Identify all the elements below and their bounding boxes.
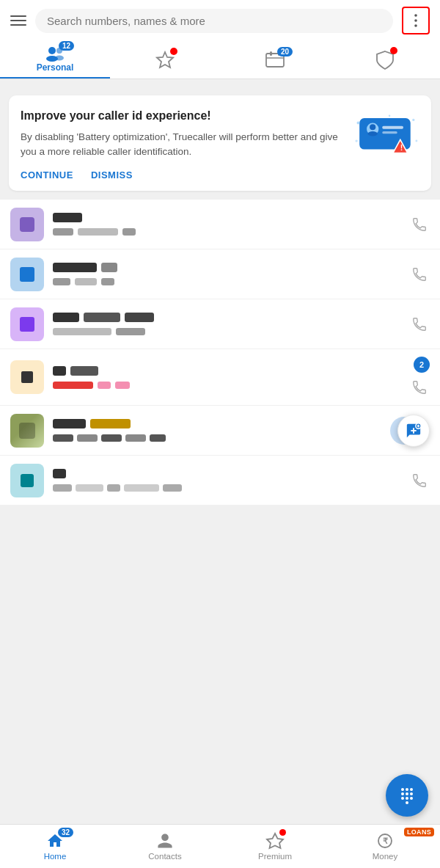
premium-badge-red — [279, 829, 286, 836]
svg-point-36 — [401, 797, 404, 800]
avatar — [10, 307, 44, 341]
personal-badge: 12 — [59, 41, 74, 51]
premium-nav-label: Premium — [258, 852, 292, 861]
contact-row — [0, 249, 440, 299]
notification-title: Improve your caller id experience! — [21, 109, 345, 124]
top-bar — [0, 0, 440, 41]
tab-favorites[interactable] — [110, 41, 220, 79]
nav-contacts[interactable]: Contacts — [110, 825, 220, 868]
contact-row: 2 — [0, 349, 440, 406]
contact-row — [0, 456, 440, 506]
tab-bar: 12 Personal 20 — [0, 41, 440, 79]
money-nav-icon: ₹ — [376, 832, 394, 850]
tab-personal-label: Personal — [37, 62, 74, 73]
contact-info — [53, 213, 400, 236]
svg-marker-40 — [267, 834, 283, 848]
nav-premium[interactable]: Premium — [220, 825, 330, 868]
tab-personal[interactable]: 12 Personal — [0, 41, 110, 79]
bottom-nav: 32 Home Contacts Premium LOANS ₹ Money — [0, 824, 440, 868]
svg-rect-9 — [270, 51, 272, 56]
contact-info — [53, 419, 389, 442]
svg-rect-16 — [382, 126, 403, 129]
contact-info — [53, 469, 400, 492]
svg-point-21 — [412, 119, 414, 121]
svg-point-34 — [406, 792, 408, 795]
contact-right: 2 — [409, 357, 430, 398]
tab-shield[interactable] — [330, 41, 440, 79]
svg-rect-17 — [382, 131, 397, 134]
nav-money[interactable]: LOANS ₹ Money — [330, 825, 440, 868]
contact-row — [0, 200, 440, 249]
svg-point-23 — [415, 140, 417, 142]
notification-body: By disabling 'Battery optimization', Tru… — [21, 130, 345, 160]
svg-text:₹: ₹ — [383, 836, 388, 845]
avatar — [10, 360, 44, 394]
contact-right — [397, 415, 430, 447]
avatar — [10, 414, 44, 448]
home-badge: 32 — [58, 828, 73, 837]
fab-area — [386, 774, 428, 817]
avatar — [10, 464, 44, 497]
dismiss-button[interactable]: DISMISS — [91, 169, 133, 180]
svg-point-22 — [355, 139, 357, 142]
contact-row — [0, 406, 440, 456]
contact-info — [53, 366, 400, 389]
svg-point-15 — [368, 131, 378, 136]
svg-point-35 — [410, 792, 413, 795]
notification-illustration: ! — [353, 109, 419, 170]
svg-point-1 — [414, 19, 417, 22]
svg-point-30 — [401, 788, 404, 791]
avatar — [10, 258, 44, 291]
money-nav-label: Money — [373, 852, 398, 861]
contact-info — [53, 313, 400, 335]
svg-point-24 — [389, 115, 390, 117]
notification-text: Improve your caller id experience! By di… — [21, 109, 345, 180]
svg-point-33 — [401, 792, 404, 795]
call-icon[interactable] — [409, 214, 430, 235]
dialpad-fab-button[interactable] — [386, 774, 428, 817]
shield-badge-red — [390, 47, 397, 54]
svg-point-39 — [406, 801, 408, 804]
contacts-nav-label: Contacts — [148, 852, 181, 861]
svg-point-20 — [357, 122, 360, 125]
continue-button[interactable]: CONTINUE — [21, 169, 73, 180]
call-icon[interactable] — [409, 264, 430, 285]
svg-point-3 — [48, 47, 56, 54]
notification-actions: CONTINUE DISMISS — [21, 169, 345, 180]
svg-point-6 — [55, 56, 64, 61]
more-menu-icon[interactable] — [402, 7, 430, 34]
recents-badge: 20 — [277, 47, 293, 56]
favorites-badge-red — [170, 48, 177, 55]
search-input[interactable] — [35, 9, 393, 33]
contact-info — [53, 263, 400, 285]
contact-right — [409, 314, 430, 335]
contact-right — [409, 470, 430, 491]
contacts-nav-icon — [156, 832, 174, 850]
call-icon[interactable] — [409, 377, 430, 398]
hamburger-icon[interactable] — [10, 15, 26, 26]
svg-point-32 — [410, 788, 413, 791]
call-icon[interactable] — [409, 314, 430, 335]
notification-card: Improve your caller id experience! By di… — [9, 95, 431, 191]
svg-point-31 — [406, 788, 408, 791]
money-badge: LOANS — [404, 828, 434, 836]
svg-point-14 — [370, 124, 375, 130]
svg-point-38 — [410, 797, 413, 800]
svg-point-37 — [406, 797, 408, 800]
svg-text:!: ! — [400, 143, 403, 152]
home-nav-label: Home — [44, 852, 67, 861]
contact-list: 2 — [0, 200, 440, 506]
tab-recents[interactable]: 20 — [220, 41, 330, 79]
svg-point-2 — [414, 24, 417, 27]
avatar — [10, 208, 44, 241]
unread-badge: 2 — [414, 357, 430, 373]
nav-home[interactable]: 32 Home — [0, 825, 110, 868]
chat-plus-icon[interactable] — [397, 415, 430, 447]
svg-point-0 — [414, 14, 417, 17]
contact-right — [409, 264, 430, 285]
contact-row — [0, 299, 440, 349]
contact-right — [409, 214, 430, 235]
call-icon[interactable] — [409, 470, 430, 491]
